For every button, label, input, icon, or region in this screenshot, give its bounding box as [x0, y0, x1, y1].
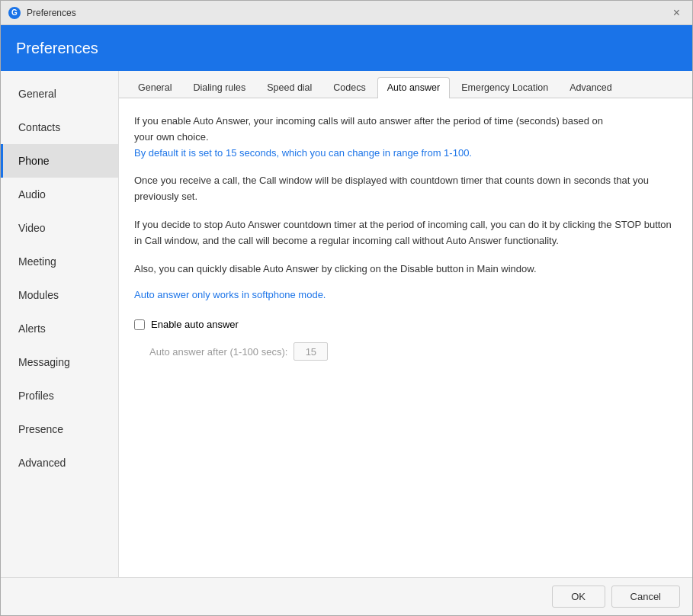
sidebar-item-alerts[interactable]: Alerts — [1, 312, 118, 345]
tab-codecs[interactable]: Codecs — [323, 77, 375, 98]
preferences-window: G Preferences × Preferences General Cont… — [0, 0, 693, 616]
tab-general[interactable]: General — [128, 77, 181, 98]
auto-answer-delay-row: Auto answer after (1-100 secs): — [149, 342, 677, 361]
app-icon: G — [8, 7, 21, 19]
paragraph-3: If you decide to stop Auto Answer countd… — [134, 217, 677, 249]
sidebar-item-presence[interactable]: Presence — [1, 412, 118, 446]
tabs: General Dialing rules Speed dial Codecs … — [119, 71, 692, 98]
paragraph-2: Once you receive a call, the Call window… — [134, 173, 677, 205]
tab-emergency-location[interactable]: Emergency Location — [451, 77, 558, 98]
sidebar-item-advanced[interactable]: Advanced — [1, 446, 118, 480]
content-area: General Dialing rules Speed dial Codecs … — [119, 71, 692, 577]
sidebar-item-modules[interactable]: Modules — [1, 278, 118, 312]
sidebar: General Contacts Phone Audio Video Meeti… — [1, 71, 119, 577]
auto-answer-delay-label: Auto answer after (1-100 secs): — [149, 346, 287, 358]
softphone-mode-link[interactable]: Auto answer only works in softphone mode… — [134, 289, 326, 300]
tab-auto-answer[interactable]: Auto answer — [377, 77, 450, 98]
sidebar-item-contacts[interactable]: Contacts — [1, 111, 118, 144]
paragraph-4: Also, you can quickly disable Auto Answe… — [134, 261, 677, 278]
sidebar-item-audio[interactable]: Audio — [1, 178, 118, 211]
sidebar-item-messaging[interactable]: Messaging — [1, 345, 118, 379]
tab-content-auto-answer: If you enable Auto Answer, your incoming… — [119, 98, 692, 577]
main-content: General Contacts Phone Audio Video Meeti… — [1, 71, 692, 577]
cancel-button[interactable]: Cancel — [611, 586, 680, 608]
enable-auto-answer-row: Enable auto answer — [134, 319, 677, 330]
para1-line1: If you enable Auto Answer, your incoming… — [134, 115, 603, 127]
enable-auto-answer-checkbox[interactable] — [134, 319, 145, 330]
header-bar: Preferences — [1, 25, 692, 71]
tab-speed-dial[interactable]: Speed dial — [257, 77, 322, 98]
ok-button[interactable]: OK — [552, 586, 605, 608]
sidebar-item-general[interactable]: General — [1, 77, 118, 111]
window-title: Preferences — [27, 8, 76, 18]
sidebar-item-profiles[interactable]: Profiles — [1, 379, 118, 412]
tab-advanced[interactable]: Advanced — [560, 77, 622, 98]
para1-line2: your own choice. — [134, 131, 209, 143]
sidebar-item-meeting[interactable]: Meeting — [1, 245, 118, 278]
tab-dialing-rules[interactable]: Dialing rules — [183, 77, 255, 98]
sidebar-item-video[interactable]: Video — [1, 211, 118, 245]
close-button[interactable]: × — [669, 5, 685, 21]
auto-answer-delay-input[interactable] — [294, 342, 328, 361]
header-title: Preferences — [16, 40, 98, 57]
sidebar-item-phone[interactable]: Phone — [1, 144, 118, 178]
title-bar: G Preferences × — [1, 1, 692, 25]
paragraph-1: If you enable Auto Answer, your incoming… — [134, 114, 677, 161]
footer: OK Cancel — [1, 577, 692, 615]
enable-auto-answer-label[interactable]: Enable auto answer — [134, 319, 239, 330]
title-bar-left: G Preferences — [8, 7, 76, 19]
para1-line3: By default it is set to 15 seconds, whic… — [134, 147, 472, 159]
enable-auto-answer-text: Enable auto answer — [151, 319, 239, 330]
